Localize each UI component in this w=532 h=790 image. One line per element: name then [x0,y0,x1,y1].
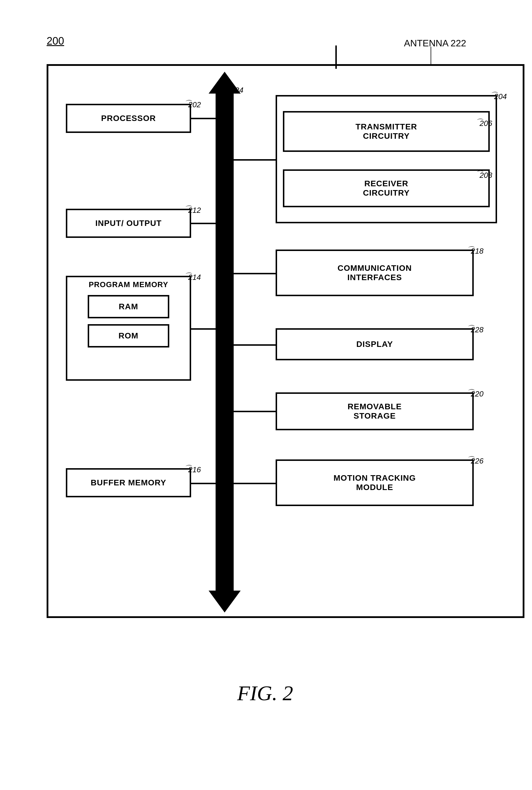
fig-text: FIG. 2 [237,682,293,705]
transmitter-ref-curve: ⌒ [475,117,483,127]
antenna-connector-line [335,45,337,69]
comm-ref-curve: ⌒ [467,245,474,255]
transceiver-outer-ref-curve: ⌒ [490,90,497,100]
receiver-label: RECEIVERCIRCUITRY [363,179,410,198]
program-memory-ref-curve: ⌒ [184,271,191,281]
bus-fill [219,110,230,570]
program-memory-label: PROGRAM MEMORY [89,280,168,289]
processor-bus-line [191,118,217,119]
rom-block: ROM [88,324,169,348]
io-bus-line [191,223,217,224]
arrow-down [209,591,241,612]
bus-display-line [234,344,277,346]
buffer-ref-curve: ⌒ [184,463,191,474]
processor-block: PROCESSOR [66,104,191,133]
comm-label: COMMUNICATIONINTERFACES [337,263,412,282]
program-memory-bus-line [191,328,217,330]
comm-interfaces-block: COMMUNICATIONINTERFACES [276,250,474,296]
figure-label: FIG. 2 [237,681,293,705]
io-label: INPUT/ OUTPUT [95,219,162,228]
transmitter-label: TRANSMITTERCIRCUITRY [356,122,417,141]
removable-label: REMOVABLESTORAGE [347,402,402,421]
bus-label: BUS [218,314,227,335]
transmitter-block: TRANSMITTERCIRCUITRY [283,111,490,152]
display-label: DISPLAY [356,339,393,349]
buffer-label: BUFFER MEMORY [91,478,166,488]
bus-transceiver-line [234,159,277,161]
receiver-block: RECEIVERCIRCUITRY [283,169,490,207]
ram-block: RAM [88,295,169,318]
motion-ref-curve: ⌒ [467,455,474,465]
diagram-container: 200 ANTENNA 222 BUS 224 ⌒ PROCESSOR 202 … [23,18,507,717]
display-ref-curve: ⌒ [467,324,474,334]
bus-removable-line [234,411,277,412]
removable-storage-block: REMOVABLESTORAGE [276,392,474,430]
processor-ref-curve: ⌒ [184,98,191,109]
main-system-box: BUS 224 ⌒ PROCESSOR 202 ⌒ INPUT/ OUTPUT … [46,64,525,618]
motion-tracking-block: MOTION TRACKINGMODULE [276,459,474,506]
program-memory-block: PROGRAM MEMORY RAM ROM [66,276,191,381]
bus-motion-line [234,483,277,484]
io-ref-curve: ⌒ [184,204,191,214]
buffer-block: BUFFER MEMORY [66,468,191,497]
antenna-label: ANTENNA 222 [404,38,466,49]
display-block: DISPLAY [276,328,474,360]
buffer-bus-line [191,483,217,484]
removable-ref-curve: ⌒ [467,388,474,398]
bus-ref-curve: ⌒ [226,84,234,95]
antenna-line [431,47,431,66]
transceiver-outer-block: TRANSMITTERCIRCUITRY RECEIVERCIRCUITRY [276,95,497,223]
io-block: INPUT/ OUTPUT [66,209,191,238]
bus-comm-line [234,273,277,274]
processor-label: PROCESSOR [101,114,156,123]
diagram-main-ref: 200 [46,35,64,47]
receiver-ref-curve: ⌒ [475,169,483,179]
motion-label: MOTION TRACKINGMODULE [334,473,416,492]
